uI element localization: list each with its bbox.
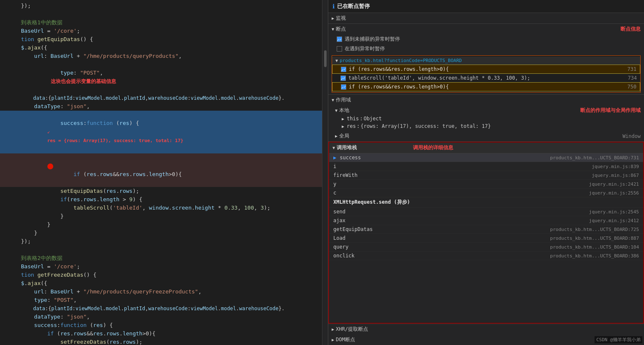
code-line: url: BaseUrl + "/hme/products/queryFreez… (0, 288, 328, 296)
cs-location: products_kb.htm...UCTS_BOARD:887 (550, 236, 639, 241)
code-line: url: BaseUrl + "/hme/products/queryProdu… (0, 52, 328, 60)
triangle-right-icon: ▶ (335, 134, 338, 138)
code-line: } (0, 229, 328, 237)
bp-item-line: 734 (628, 75, 637, 81)
callstack-item-load[interactable]: Load products_kb.htm...UCTS_BOARD:887 (329, 234, 643, 243)
cs-func-name: c (333, 190, 586, 196)
code-line: } (0, 220, 328, 229)
global-scope: ▶ 全局 Window (328, 131, 644, 141)
triangle-down-icon: ▼ (335, 108, 338, 113)
callstack-section: ▼ 调用堆栈 调用栈的详细信息 ▶ success products_kb.ht… (328, 142, 644, 324)
cs-location: jquery.min.js:839 (592, 164, 639, 169)
callstack-list: ▶ success products_kb.htm...UCTS_BOARD:7… (329, 153, 643, 323)
triangle-down-icon: ▼ (332, 145, 335, 150)
code-line: setFreezeDatas(res.rows); (0, 338, 328, 345)
cs-func-name: Load (333, 235, 547, 241)
callstack-item-firewith[interactable]: fireWith jquery.min.js:867 (329, 171, 643, 180)
scope-key: res (347, 123, 356, 129)
code-line: data:{plantId:viewModel.model.plantId,wa… (0, 304, 328, 313)
breakpoint-item-2[interactable]: tableScroll('tableId', window.screen.hei… (332, 74, 640, 82)
global-label: 全局 (339, 132, 349, 140)
scope-key: this (347, 116, 359, 122)
checkbox-bp2[interactable] (340, 75, 346, 81)
window-label: Window (623, 133, 641, 139)
cs-func-name: send (333, 209, 586, 215)
code-line: type: "POST", 这块也会提示变量的基础信息 (0, 60, 328, 94)
scope-header[interactable]: ▼ 作用域 (328, 95, 644, 105)
breakpoint-exception[interactable]: 在遇到异常时暂停 (328, 44, 644, 54)
callstack-item-ajax[interactable]: ajax jquery.min.js:2412 (329, 216, 643, 225)
breakpoint-uncaught[interactable]: 遇到未捕获的异常时暂停 (328, 34, 644, 44)
global-header[interactable]: ▶ 全局 Window (328, 132, 644, 140)
debug-title: 已在断点暂停 (337, 3, 370, 10)
callstack-item-async: XMLHttpRequest.send (异步) (329, 197, 643, 208)
code-editor: }); 到表格1中的数据 BaseUrl = '/core'; tion get… (0, 0, 328, 345)
breakpoints-header[interactable]: ▼ 断点 断点信息 (328, 24, 644, 34)
code-line: $.ajax({ (0, 44, 328, 52)
file-breakpoints-header[interactable]: ▼ products_kb.html?functionCode=PRODUCTS… (332, 57, 640, 65)
triangle-down-icon: ▼ (332, 98, 334, 102)
callstack-item-send[interactable]: send jquery.min.js:2545 (329, 208, 643, 216)
breakpoint-label: 在遇到异常时暂停 (345, 45, 639, 52)
code-line: tableScroll('tableId', window.screen.hei… (0, 204, 328, 212)
cs-func-name: y (333, 181, 586, 187)
code-scrollbar[interactable] (322, 0, 328, 345)
checkbox-uncaught[interactable] (337, 36, 342, 42)
code-line: data:{plantId:viewModel.model.plantId,wa… (0, 94, 328, 102)
code-line: 到表格1中的数据 (0, 18, 328, 27)
callstack-item-query[interactable]: query products_kb.htm...UCTS_BOARD:104 (329, 243, 643, 252)
cs-func-name: ajax (333, 218, 586, 223)
checkbox-bp3[interactable] (341, 84, 346, 90)
cs-location: products_kb.htm...UCTS_BOARD:104 (550, 244, 639, 250)
breakpoint-item-1[interactable]: if (res.rows&&res.rows.length>0){ 731 (332, 65, 640, 74)
triangle-right-icon: ▶ (332, 337, 334, 342)
breakpoint-item-3[interactable]: if (res.rows&&res.rows.length>0){ 750 (332, 82, 640, 91)
cs-location: jquery.min.js:2556 (589, 190, 639, 196)
bp-item-line: 750 (627, 84, 636, 90)
info-icon: ℹ (332, 3, 335, 10)
checkbox-bp1[interactable] (341, 67, 346, 72)
callstack-item-y[interactable]: y jquery.min.js:2421 (329, 180, 643, 189)
monitor-header[interactable]: ▶ 监视 (328, 13, 644, 23)
callstack-header[interactable]: ▼ 调用堆栈 调用栈的详细信息 (329, 143, 643, 153)
bp-item-label: if (res.rows&&res.rows.length>0){ (349, 66, 625, 72)
code-line: } (0, 212, 328, 220)
cs-location: jquery.min.js:867 (592, 173, 639, 178)
code-line: dataType: "json", (0, 102, 328, 111)
code-line: success:function (res) { (0, 321, 328, 329)
xhr-header[interactable]: ▶ XHR/提取断点 (328, 324, 644, 335)
code-line: }); (0, 2, 328, 10)
cs-location: products_kb.htm...UCTS_BOARD:725 (550, 227, 639, 232)
file-breakpoints-link: products_kb.html?functionCode=PRODUCTS_B… (340, 58, 462, 63)
bp-item-line: 731 (627, 66, 636, 72)
cs-func-name: getEquipDatas (333, 226, 547, 232)
scope-item-res[interactable]: ▶ res : {rows: Array(17), success: true,… (328, 122, 644, 130)
file-breakpoints-container: ▼ products_kb.html?functionCode=PRODUCTS… (332, 55, 641, 93)
code-line: 到表格2中的数据 (0, 254, 328, 262)
monitor-label: 监视 (336, 15, 346, 22)
scope-item-this[interactable]: ▶ this : Object (328, 115, 644, 122)
xhr-label: XHR/提取断点 (336, 326, 368, 333)
code-line: $.ajax({ (0, 279, 328, 288)
callstack-item-success[interactable]: ▶ success products_kb.htm...UCTS_BOARD:7… (329, 153, 643, 162)
local-label: 本地 (339, 107, 349, 114)
callstack-item-c[interactable]: c jquery.min.js:2556 (329, 189, 643, 197)
callstack-item-onclick[interactable]: onclick products_kb.htm...UCTS_BOARD:386 (329, 252, 643, 260)
triangle-right-icon: ▶ (332, 16, 334, 21)
breakpoints-label: 断点 (336, 26, 346, 33)
checkbox-exception[interactable] (337, 46, 342, 52)
local-header[interactable]: ▼ 本地 断点的作用域与全局作用域 (328, 106, 644, 115)
code-line (0, 10, 328, 18)
code-line: if(res.rows.length > 9) { (0, 195, 328, 204)
triangle-right-icon: ▶ (342, 124, 344, 129)
annotation-bubble: 这块也会提示变量的基础信息 (51, 77, 116, 86)
triangle-right-icon: ▶ (342, 117, 344, 121)
code-line: }); (0, 237, 328, 246)
callstack-item-getequipdatas[interactable]: getEquipDatas products_kb.htm...UCTS_BOA… (329, 225, 643, 234)
triangle-down-icon: ▼ (332, 27, 334, 31)
bp-item-label: tableScroll('tableId', window.screen.hei… (348, 75, 625, 81)
callstack-item-i[interactable]: i jquery.min.js:839 (329, 162, 643, 171)
monitor-section: ▶ 监视 (328, 13, 644, 24)
code-line: type: "POST", (0, 296, 328, 304)
scope-section: ▼ 作用域 ▼ 本地 断点的作用域与全局作用域 ▶ this : Object … (328, 95, 644, 142)
